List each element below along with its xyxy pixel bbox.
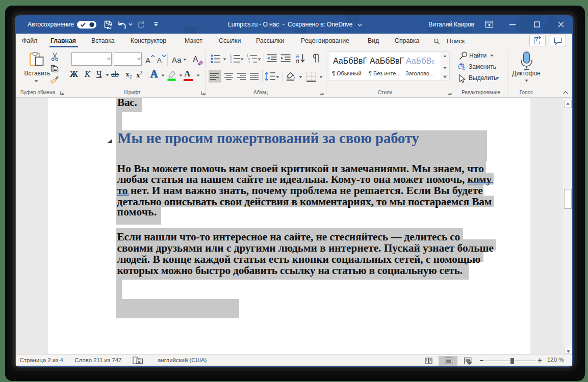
svg-text:3: 3 [230,60,232,64]
svg-text:Я: Я [296,58,299,64]
svg-text:c: c [463,66,466,71]
svg-text:i: i [249,60,250,64]
